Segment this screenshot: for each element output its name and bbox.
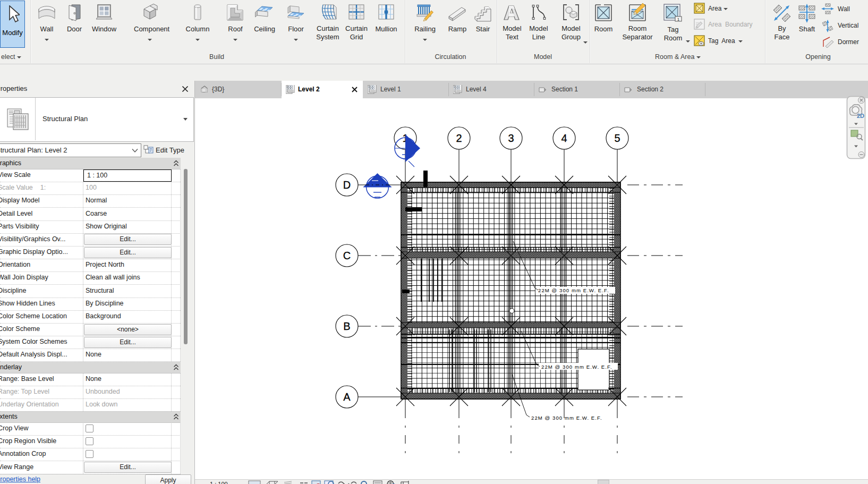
svg-text:A: A	[343, 391, 351, 403]
svg-text:4: 4	[561, 132, 567, 144]
svg-text:22M @ 300 mm E.W. E.F.: 22M @ 300 mm E.W. E.F.	[538, 287, 609, 293]
svg-text:2: 2	[456, 132, 462, 144]
svg-text:22M @ 300 mm E.W. E.F.: 22M @ 300 mm E.W. E.F.	[531, 415, 602, 421]
svg-text:2D: 2D	[857, 113, 864, 119]
svg-text:1: 1	[677, 17, 680, 22]
svg-text:3: 3	[508, 132, 514, 144]
svg-text:C: C	[343, 250, 351, 261]
svg-text:D: D	[343, 179, 351, 191]
svg-text:B: B	[343, 320, 350, 332]
svg-text:22M @ 300 mm E.W. E.F.: 22M @ 300 mm E.W. E.F.	[541, 364, 612, 370]
svg-text:5: 5	[614, 132, 620, 144]
